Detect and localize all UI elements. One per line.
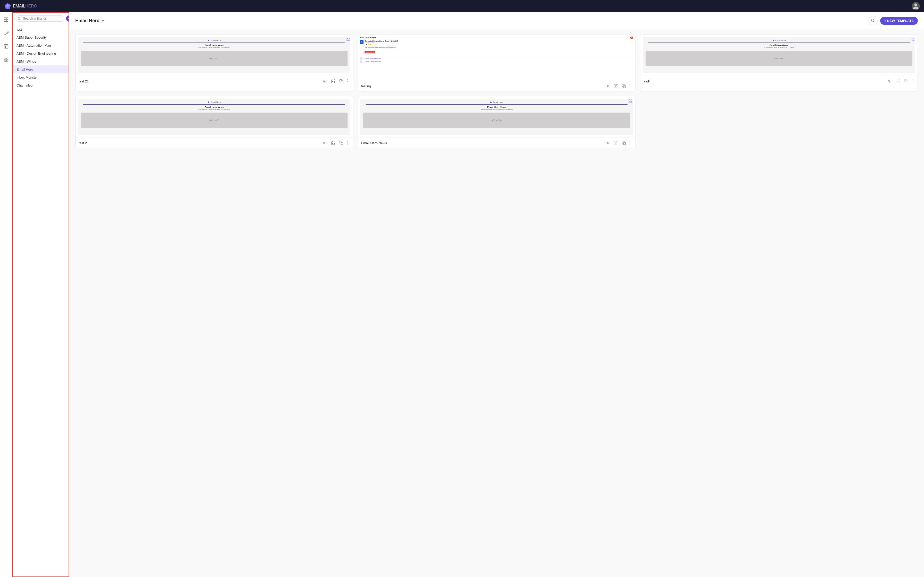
grid-settings-icon[interactable]	[345, 37, 351, 42]
sidebar-item-inbox-monster[interactable]: Inbox Monster	[13, 73, 69, 81]
svg-rect-15	[346, 38, 347, 39]
search-icon	[18, 17, 21, 20]
template-card-test2: Email Hero Email Hero News The publisher…	[75, 96, 353, 148]
svg-rect-9	[6, 58, 8, 60]
sidebar-item-abm-wings[interactable]: ABM - Wings	[13, 58, 69, 65]
template-name: test 2	[79, 141, 87, 145]
svg-rect-23	[624, 85, 626, 88]
template-name: asdf	[643, 79, 650, 83]
template-footer: test 21 ⋮	[76, 76, 353, 86]
topnav: EMAILHERO	[0, 0, 924, 12]
add-brand-button[interactable]: +	[66, 15, 69, 22]
svg-rect-36	[629, 100, 630, 101]
preview-brand-badge: Email Hero	[81, 39, 347, 42]
template-preview: Email Hero Email Hero News The publisher…	[640, 34, 918, 76]
template-footer: testing ⋮	[358, 81, 635, 91]
preview-brand-badge: Email Hero	[363, 101, 630, 103]
more-options-button[interactable]: ⋮	[345, 140, 350, 146]
sidebar-nav-analytics[interactable]	[2, 42, 10, 50]
new-template-button[interactable]: + NEW TEMPLATE	[880, 17, 918, 25]
brand-search-bar: +	[13, 13, 69, 24]
preview-brand-badge: Email Hero	[81, 101, 347, 103]
svg-point-12	[18, 17, 20, 19]
template-actions	[604, 140, 627, 146]
svg-point-13	[871, 19, 874, 22]
template-card-asdf: Email Hero Email Hero News The publisher…	[640, 34, 918, 92]
preview-brand-badge: Email Hero	[646, 39, 913, 42]
header-search-button[interactable]	[868, 16, 877, 25]
more-options-button[interactable]: ⋮	[627, 83, 632, 89]
templates-grid: Email Hero Email Hero News The publisher…	[69, 29, 924, 577]
copy-button[interactable]	[338, 78, 344, 84]
template-footer: asdf ⋮	[640, 76, 918, 86]
sidebar-item-test[interactable]: test	[13, 26, 69, 34]
template-actions	[322, 140, 344, 146]
svg-point-2	[914, 3, 917, 6]
more-options-button[interactable]: ⋮	[910, 78, 914, 84]
user-avatar[interactable]	[912, 2, 920, 10]
svg-point-33	[324, 142, 325, 143]
svg-point-30	[889, 81, 890, 82]
template-actions	[604, 83, 627, 89]
brand-title-dropdown[interactable]: Email Hero	[75, 18, 105, 23]
edit-button[interactable]	[612, 83, 619, 89]
copy-button[interactable]	[621, 83, 627, 89]
sidebar-item-abm-automation-mag[interactable]: ABM - Automation Mag	[13, 42, 69, 50]
template-card-testing: Neue Bewertungen 8 R Randstad Deutschlan…	[358, 34, 635, 92]
template-name: Email Hero News	[361, 141, 387, 145]
edit-button	[612, 140, 619, 146]
view-button[interactable]	[322, 78, 328, 84]
svg-point-22	[607, 85, 608, 87]
edit-button[interactable]	[330, 78, 336, 84]
svg-rect-8	[4, 58, 6, 60]
sidebar-nav-templates[interactable]	[2, 15, 10, 24]
svg-rect-25	[911, 38, 913, 39]
template-actions	[322, 78, 344, 84]
sidebar-nav-grid[interactable]	[2, 56, 10, 64]
content-area: Email Hero + NEW TEMPLATE Email	[69, 12, 924, 577]
svg-rect-37	[631, 100, 632, 101]
search-icon	[871, 19, 875, 23]
template-preview: Email Hero Email Hero News The publisher…	[76, 34, 353, 76]
template-preview: Email Hero Email Hero News The publisher…	[358, 96, 635, 138]
svg-point-20	[324, 81, 325, 82]
svg-rect-31	[906, 81, 908, 83]
view-button[interactable]	[322, 140, 328, 146]
template-footer: Email Hero News ⋮	[358, 138, 635, 148]
template-preview: Neue Bewertungen 8 R Randstad Deutschlan…	[358, 34, 635, 81]
copy-button[interactable]	[338, 140, 344, 146]
svg-rect-27	[911, 40, 913, 41]
more-options-button[interactable]: ⋮	[345, 78, 350, 84]
template-name: test 21	[79, 79, 89, 83]
grid-settings-icon[interactable]	[627, 98, 633, 104]
svg-point-41	[607, 142, 608, 143]
sidebar-item-email-hero[interactable]: Email Hero	[13, 65, 69, 73]
icon-sidebar	[0, 12, 12, 577]
more-options-button[interactable]: ⋮	[627, 140, 632, 146]
grid-settings-icon[interactable]	[910, 37, 916, 42]
sidebar-item-chamaileon[interactable]: Chamaileon	[13, 81, 69, 89]
view-button[interactable]	[604, 83, 611, 89]
copy-button[interactable]	[621, 140, 627, 146]
copy-button	[903, 78, 909, 84]
brand-sidebar: + testABM Super SecurityABM - Automation…	[12, 12, 69, 577]
svg-marker-32	[208, 101, 210, 103]
template-card-email-hero-news: Email Hero Email Hero News The publisher…	[358, 96, 635, 148]
svg-rect-11	[6, 60, 8, 62]
logo-text: EMAILHERO	[13, 4, 37, 8]
header-actions: + NEW TEMPLATE	[868, 16, 918, 25]
edit-button	[895, 78, 901, 84]
content-header: Email Hero + NEW TEMPLATE	[69, 12, 924, 29]
view-button[interactable]	[604, 140, 611, 146]
svg-rect-4	[6, 18, 8, 19]
chevron-down-icon	[101, 19, 105, 23]
sidebar-item-abm-super-security[interactable]: ABM Super Security	[13, 34, 69, 42]
sidebar-nav-tools[interactable]	[2, 29, 10, 37]
brand-search-input[interactable]	[16, 15, 65, 22]
template-footer: test 2 ⋮	[76, 138, 353, 148]
view-button[interactable]	[887, 78, 893, 84]
svg-rect-6	[6, 20, 8, 22]
edit-button[interactable]	[330, 140, 336, 146]
main-layout: + testABM Super SecurityABM - Automation…	[0, 12, 924, 577]
sidebar-item-abm-design-engineering[interactable]: ABM - Design Engineering	[13, 50, 69, 58]
